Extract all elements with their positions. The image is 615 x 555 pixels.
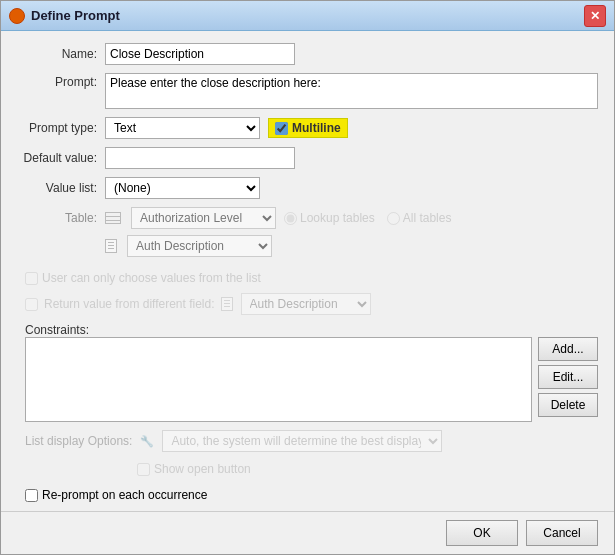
lookup-radio-group: Lookup tables All tables <box>284 211 451 225</box>
lookup-tables-radio <box>284 212 297 225</box>
show-open-checkbox <box>137 463 150 476</box>
table-row: Table: Authorization Level Lookup tables… <box>17 207 598 229</box>
wrench-icon: 🔧 <box>140 435 154 448</box>
table-label: Table: <box>17 211 97 225</box>
ok-button[interactable]: OK <box>446 520 518 546</box>
lookup-tables-label: Lookup tables <box>300 211 375 225</box>
value-list-select[interactable]: (None) <box>105 177 260 199</box>
constraints-label: Constraints: <box>25 323 89 337</box>
field-select: Auth Description <box>127 235 272 257</box>
return-value-checkbox <box>25 298 38 311</box>
dialog-title: Define Prompt <box>31 8 120 23</box>
lookup-tables-radio-item: Lookup tables <box>284 211 375 225</box>
prompt-type-row: Prompt type: Text Number Date Boolean Mu… <box>17 117 598 139</box>
multiline-wrapper: Multiline <box>268 118 348 138</box>
edit-button[interactable]: Edit... <box>538 365 598 389</box>
list-display-select: Auto, the system will determine the best… <box>162 430 442 452</box>
reprompt-row: Re-prompt on each occurrence <box>25 488 598 502</box>
prompt-type-label: Prompt type: <box>17 121 97 135</box>
show-open-label: Show open button <box>154 462 251 476</box>
constraints-list <box>25 337 532 422</box>
user-choose-label: User can only choose values from the lis… <box>42 271 261 285</box>
list-display-row: List display Options: 🔧 Auto, the system… <box>25 430 598 452</box>
table-section: Table: Authorization Level Lookup tables… <box>17 207 598 263</box>
all-tables-radio <box>387 212 400 225</box>
return-value-row: Return value from different field: Auth … <box>25 293 598 315</box>
return-doc-icon <box>221 297 233 311</box>
default-value-input[interactable] <box>105 147 295 169</box>
reprompt-label: Re-prompt on each occurrence <box>42 488 207 502</box>
reprompt-checkbox[interactable] <box>25 489 38 502</box>
table-icon <box>105 212 121 224</box>
multiline-checkbox[interactable] <box>275 122 288 135</box>
value-list-row: Value list: (None) <box>17 177 598 199</box>
default-value-label: Default value: <box>17 151 97 165</box>
field-row: Auth Description <box>105 235 598 257</box>
bottom-buttons: OK Cancel <box>1 511 614 554</box>
title-bar-left: Define Prompt <box>9 8 120 24</box>
prompt-textarea[interactable]: Please enter the close description here: <box>105 73 598 109</box>
dialog-body: Name: Prompt: Please enter the close des… <box>1 31 614 511</box>
user-choose-checkbox <box>25 272 38 285</box>
all-tables-label: All tables <box>403 211 452 225</box>
close-button[interactable]: ✕ <box>584 5 606 27</box>
user-choose-row: User can only choose values from the lis… <box>25 271 598 285</box>
show-open-row: Show open button <box>137 462 598 476</box>
value-list-label: Value list: <box>17 181 97 195</box>
all-tables-radio-item: All tables <box>387 211 452 225</box>
constraints-buttons: Add... Edit... Delete <box>538 337 598 422</box>
multiline-label: Multiline <box>292 121 341 135</box>
prompt-label: Prompt: <box>17 73 97 89</box>
doc-icon <box>105 239 117 253</box>
delete-button[interactable]: Delete <box>538 393 598 417</box>
return-field-select: Auth Description <box>241 293 371 315</box>
prompt-row: Prompt: Please enter the close descripti… <box>17 73 598 109</box>
constraints-section: Constraints: Add... Edit... Delete <box>17 323 598 422</box>
constraints-area: Add... Edit... Delete <box>25 337 598 422</box>
title-bar: Define Prompt ✕ <box>1 1 614 31</box>
add-button[interactable]: Add... <box>538 337 598 361</box>
default-value-row: Default value: <box>17 147 598 169</box>
prompt-type-select[interactable]: Text Number Date Boolean <box>105 117 260 139</box>
name-row: Name: <box>17 43 598 65</box>
name-input[interactable] <box>105 43 295 65</box>
dialog-icon <box>9 8 25 24</box>
name-label: Name: <box>17 47 97 61</box>
table-select: Authorization Level <box>131 207 276 229</box>
define-prompt-dialog: Define Prompt ✕ Name: Prompt: Please ent… <box>0 0 615 555</box>
return-value-label: Return value from different field: <box>44 297 215 311</box>
cancel-button[interactable]: Cancel <box>526 520 598 546</box>
list-display-label: List display Options: <box>25 434 132 448</box>
